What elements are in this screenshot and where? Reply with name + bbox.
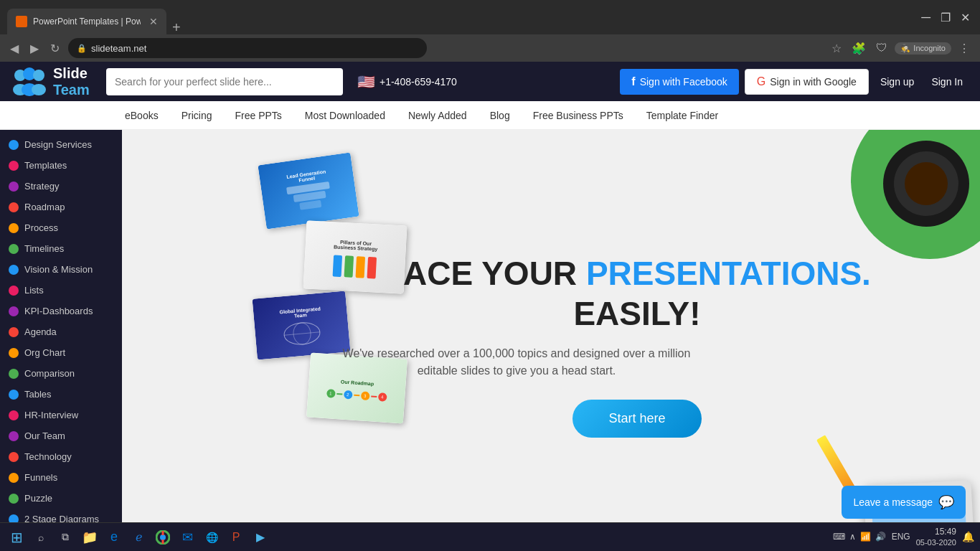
start-here-button[interactable]: Start here: [573, 400, 701, 438]
flag-icon: 🇺🇸: [357, 73, 375, 90]
sidebar-item-funnels[interactable]: Funnels: [0, 467, 122, 488]
hero-text: ACE YOUR PRESENTATIONS. EASILY! We've re…: [294, 225, 980, 466]
edge2-icon: 🌐: [206, 532, 218, 543]
nav-blog[interactable]: Blog: [487, 110, 513, 121]
facebook-signin-label: Sign with Facebook: [640, 76, 727, 88]
refresh-button[interactable]: ↻: [47, 39, 62, 58]
start-button[interactable]: ⊞: [6, 527, 27, 548]
taskview-icon: ⧉: [62, 531, 69, 543]
svg-point-5: [32, 84, 46, 95]
nav-free-ppts[interactable]: Free PPTs: [232, 110, 285, 121]
taskbar-edge[interactable]: e: [103, 527, 125, 548]
taskbar-ie[interactable]: ℯ: [128, 527, 149, 548]
sidebar-dot: [9, 494, 19, 504]
sidebar-label-process: Process: [24, 222, 58, 233]
nav-free-business-ppts[interactable]: Free Business PPTs: [530, 110, 626, 121]
sidebar-item-kpi-dashboards[interactable]: KPI-Dashboards: [0, 301, 122, 321]
sidebar-item-puzzle[interactable]: Puzzle: [0, 488, 122, 509]
nav-pricing[interactable]: Pricing: [179, 110, 215, 121]
forward-button[interactable]: ▶: [27, 39, 42, 58]
restore-button[interactable]: ❐: [938, 8, 953, 27]
sidebar-label-strategy: Strategy: [24, 181, 59, 192]
sidebar-item-hr-interview[interactable]: HR-Interview: [0, 405, 122, 425]
keyboard-icon[interactable]: ⌨: [833, 532, 845, 542]
sidebar-item-templates[interactable]: Templates: [0, 155, 122, 176]
leave-message-button[interactable]: Leave a message 💬: [842, 486, 966, 519]
sidebar-item-strategy[interactable]: Strategy: [0, 176, 122, 197]
tab-close-button[interactable]: ✕: [149, 16, 158, 27]
facebook-icon: f: [631, 75, 635, 88]
phone-number: +1-408-659-4170: [380, 76, 457, 88]
sidebar-label-org-chart: Org Chart: [24, 347, 65, 358]
system-tray-icons: ⌨ ∧ 📶 🔊: [833, 532, 886, 542]
sidebar-item-lists[interactable]: Lists: [0, 280, 122, 301]
new-tab-button[interactable]: +: [172, 20, 181, 34]
sidebar-label-tables: Tables: [24, 389, 52, 400]
facebook-signin-button[interactable]: f Sign with Facebook: [620, 69, 739, 95]
current-time: 15:49: [916, 527, 956, 538]
sidebar-label-roadmap: Roadmap: [24, 202, 65, 212]
sidebar-item-our-team[interactable]: Our Team: [0, 425, 122, 446]
lock-icon: 🔒: [77, 44, 87, 53]
nav-template-finder[interactable]: Template Finder: [644, 110, 721, 121]
sidebar-dot: [9, 452, 19, 462]
taskbar-chrome[interactable]: [152, 527, 174, 548]
windows-icon: ⊞: [11, 529, 23, 546]
sidebar-item-tables[interactable]: Tables: [0, 384, 122, 405]
sidebar-label-kpi-dashboards: KPI-Dashboards: [24, 306, 93, 316]
sidebar-label-vision-mission: Vision & Mission: [24, 264, 93, 275]
sidebar-item-process[interactable]: Process: [0, 217, 122, 238]
star-button[interactable]: ☆: [829, 39, 844, 58]
sidebar-item-agenda[interactable]: Agenda: [0, 321, 122, 342]
sidebar-item-vision-mission[interactable]: Vision & Mission: [0, 259, 122, 280]
sidebar-item-timelines[interactable]: Timelines: [0, 238, 122, 259]
nav-ebooks[interactable]: eBooks: [122, 110, 161, 121]
google-signin-button[interactable]: G Sign in with Google: [745, 69, 869, 95]
incognito-badge: 🕵 Incognito: [895, 42, 951, 55]
sidebar-dot: [9, 286, 19, 296]
svg-point-4: [33, 70, 44, 81]
nav-most-downloaded[interactable]: Most Downloaded: [302, 110, 388, 121]
logo-text: Slide Team: [53, 65, 90, 98]
back-button[interactable]: ◀: [7, 39, 22, 58]
taskbar-taskview[interactable]: ⧉: [55, 527, 76, 548]
nav-newly-added[interactable]: Newly Added: [405, 110, 470, 121]
taskbar-slideteam[interactable]: ▶: [250, 527, 271, 548]
taskbar-edge2[interactable]: 🌐: [201, 527, 222, 548]
volume-icon[interactable]: 🔊: [875, 532, 886, 542]
url-text: slideteam.net: [91, 43, 146, 54]
sidebar-item-comparison[interactable]: Comparison: [0, 363, 122, 384]
sidebar-dot: [9, 369, 19, 379]
sidebar-item-org-chart[interactable]: Org Chart: [0, 342, 122, 363]
sidebar-item-design-services[interactable]: Design Services: [0, 134, 122, 155]
sidebar-dot: [9, 265, 19, 275]
active-tab[interactable]: PowerPoint Templates | PowerPo... ✕: [7, 9, 166, 34]
logo-area[interactable]: Slide Team: [11, 64, 98, 100]
notification-icon[interactable]: 🔔: [962, 531, 974, 542]
sidebar-label-our-team: Our Team: [24, 430, 65, 441]
network-icon[interactable]: 📶: [860, 532, 871, 542]
extension-button[interactable]: 🧩: [849, 39, 869, 58]
up-arrow-icon[interactable]: ∧: [849, 532, 856, 542]
menu-button[interactable]: ⋮: [956, 39, 973, 58]
taskbar-outlook[interactable]: ✉: [176, 527, 198, 548]
sidebar-dot: [9, 182, 19, 192]
signup-button[interactable]: Sign up: [875, 69, 920, 95]
minimize-button[interactable]: ─: [918, 7, 933, 28]
incognito-icon: 🕵: [900, 44, 910, 53]
taskbar-powerpoint[interactable]: P: [225, 527, 247, 548]
sidebar-dot: [9, 202, 19, 212]
tab-title: PowerPoint Templates | PowerPo...: [33, 17, 141, 27]
taskbar-search[interactable]: ⌕: [30, 527, 52, 548]
taskbar-file-explorer[interactable]: 📁: [79, 527, 100, 548]
search-input[interactable]: [106, 68, 343, 95]
sidebar-label-comparison: Comparison: [24, 368, 75, 379]
close-button[interactable]: ✕: [958, 8, 973, 27]
signin-button[interactable]: Sign In: [925, 69, 969, 95]
sidebar-dot: [9, 431, 19, 441]
sidebar-label-design-services: Design Services: [24, 139, 92, 150]
address-bar[interactable]: 🔒 slideteam.net: [68, 38, 427, 58]
shield-button[interactable]: 🛡: [873, 39, 890, 57]
sidebar-item-technology[interactable]: Technology: [0, 446, 122, 467]
sidebar-item-roadmap[interactable]: Roadmap: [0, 197, 122, 217]
